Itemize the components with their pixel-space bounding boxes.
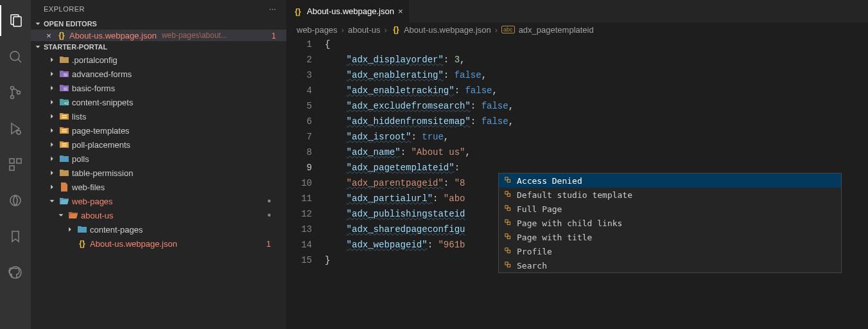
svg-point-11 [10,195,21,206]
tree-item-label: content-pages [90,225,143,235]
open-editor-filename: About-us.webpage.json [69,31,157,40]
activity-github-icon[interactable] [0,257,31,288]
open-editor-item[interactable]: × {} About-us.webpage.json web-pages\abo… [31,30,286,41]
suggest-item[interactable]: Page with title [499,230,841,244]
tree-item[interactable]: table-permission [31,166,286,180]
tree-item-label: About-us.webpage.json [90,239,177,249]
svg-line-3 [18,59,21,62]
tab-filename: About-us.webpage.json [307,6,394,16]
suggest-item[interactable]: Search [499,258,841,272]
tree-item[interactable]: lists [31,109,286,123]
tree-item[interactable]: {}About-us.webpage.json1 [31,236,286,251]
tree-item[interactable]: </>content-snippets [31,95,286,109]
tree-item[interactable]: about-us• [31,208,286,222]
open-editors-label: OPEN EDITORS [44,20,97,28]
modified-dot-icon: • [267,195,271,207]
breadcrumb-part[interactable]: {}About-us.webpage.json [391,24,491,35]
tree-item-label: page-templates [72,126,130,136]
project-label: STARTER-PORTAL [44,43,107,51]
suggest-item[interactable]: Profile [499,244,841,258]
activity-bar [0,0,31,329]
chevron-right-icon: › [342,25,344,35]
file-icon [59,55,69,65]
suggest-item-label: Search [517,261,547,271]
activity-search-icon[interactable] [0,41,31,72]
file-icon [59,69,69,79]
file-icon [77,224,87,235]
svg-point-6 [17,91,21,94]
suggest-item[interactable]: Access Denied [499,173,841,188]
breadcrumb[interactable]: web-pages › about-us › {}About-us.webpag… [286,22,868,37]
file-icon: {} [77,238,87,249]
breadcrumb-part[interactable]: about-us [348,25,381,35]
json-file-icon: {} [391,24,401,35]
svg-text:</>: </> [64,100,69,106]
tree-item-label: lists [72,112,86,121]
tree-item-label: content-snippets [72,98,133,107]
enum-icon [504,247,513,256]
suggest-item[interactable]: Page with child links [499,216,841,230]
svg-rect-19 [62,131,67,132]
tree-item[interactable]: page-templates [31,123,286,138]
file-tree: .portalconfigadvanced-formsbasic-forms</… [31,53,286,251]
tree-item[interactable]: web-files [31,180,286,194]
svg-rect-17 [62,117,67,118]
tree-item-label: poll-placements [72,140,130,150]
chevron-right-icon: › [385,25,387,35]
tree-item-label: web-pages [72,197,113,206]
tree-item[interactable]: web-pages• [31,194,286,208]
file-icon [59,168,69,178]
svg-rect-10 [10,166,14,170]
editor-tab[interactable]: {} About-us.webpage.json × [286,0,410,22]
json-file-icon: {} [293,6,303,17]
section-project[interactable]: STARTER-PORTAL [31,41,286,53]
suggest-item-label: Full Page [517,204,562,214]
close-editor-icon[interactable]: × [44,31,54,40]
file-icon [59,196,69,206]
file-icon [59,139,69,150]
suggest-item-label: Profile [517,247,552,256]
svg-point-7 [17,130,21,134]
modified-dot-icon: • [267,209,271,221]
svg-rect-20 [62,143,67,145]
activity-run-debug-icon[interactable] [0,113,31,144]
tree-item[interactable]: content-pages [31,222,286,236]
file-icon: </> [59,97,69,107]
svg-point-2 [10,51,19,60]
tree-item[interactable]: .portalconfig [31,53,286,67]
tree-item[interactable]: polls [31,152,286,166]
tree-item-label: polls [72,154,89,164]
code-content[interactable]: { "adx_displayorder": 3, "adx_enablerati… [325,37,514,329]
activity-source-control-icon[interactable] [0,77,31,108]
activity-explorer-icon[interactable] [0,5,31,36]
tree-item-label: advanced-forms [72,69,132,79]
symbol-string-icon: abc [501,26,515,33]
svg-rect-21 [62,145,67,147]
tree-item[interactable]: basic-forms [31,81,286,95]
activity-portal-icon[interactable] [0,185,31,216]
svg-point-5 [11,96,14,99]
editor-area: {} About-us.webpage.json × web-pages › a… [286,0,868,329]
tab-bar: {} About-us.webpage.json × [286,0,868,22]
suggest-item-label: Access Denied [517,176,582,186]
section-open-editors[interactable]: OPEN EDITORS [31,18,286,30]
breadcrumb-part[interactable]: abcadx_pagetemplateid [501,25,594,35]
chevron-right-icon: › [495,25,498,35]
tree-item[interactable]: poll-placements [31,138,286,152]
suggest-item-label: Page with child links [517,218,622,228]
svg-point-4 [11,87,14,90]
file-icon [59,125,69,136]
code-editor[interactable]: 123456789101112131415 { "adx_displayorde… [286,37,868,329]
tree-item[interactable]: advanced-forms [31,67,286,81]
intellisense-suggest-box[interactable]: Access DeniedDefault studio templateFull… [498,173,842,273]
sidebar-more-icon[interactable]: ··· [269,5,276,13]
suggest-item[interactable]: Full Page [499,202,841,216]
activity-extensions-icon[interactable] [0,149,31,180]
suggest-item-label: Page with title [517,233,592,242]
line-number-gutter: 123456789101112131415 [286,37,325,329]
close-tab-icon[interactable]: × [398,6,403,16]
breadcrumb-part[interactable]: web-pages [297,25,338,35]
tree-item-label: .portalconfig [72,55,117,65]
activity-bookmark-icon[interactable] [0,221,31,252]
suggest-item[interactable]: Default studio template [499,188,841,202]
